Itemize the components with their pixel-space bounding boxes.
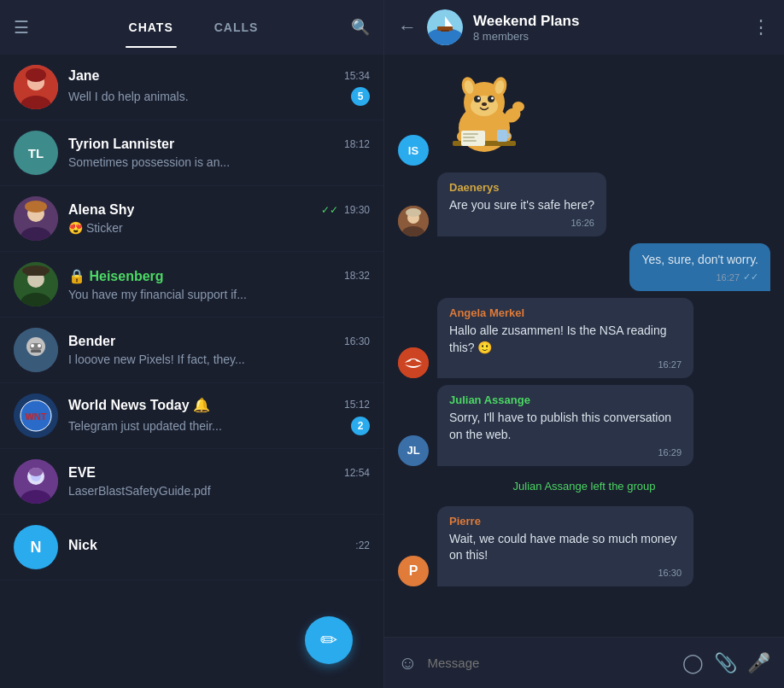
message-row-angela: Angela Merkel Hallo alle zusammen! Is th… <box>398 298 770 378</box>
svg-point-54 <box>512 102 524 112</box>
tab-calls[interactable]: CALLS <box>194 14 279 41</box>
chat-time-tyrion: 18:12 <box>344 138 370 150</box>
chat-content-eve: EVE 12:54 LaserBlastSafetyGuide.pdf <box>68 465 370 498</box>
search-icon[interactable]: 🔍 <box>351 18 370 37</box>
avatar-eve <box>14 459 58 504</box>
text-daenerys: Are you sure it's safe here? <box>449 197 594 214</box>
chat-name-bender: Bender <box>68 334 115 349</box>
group-avatar <box>427 9 463 45</box>
chat-item-worldnews[interactable]: WNT World News Today 🔔 15:12 Telegram ju… <box>0 383 383 449</box>
time-daenerys: 16:26 <box>570 218 594 228</box>
svg-rect-50 <box>463 133 478 135</box>
chat-preview-eve: LaserBlastSafetyGuide.pdf <box>68 484 370 498</box>
chat-content-worldnews: World News Today 🔔 15:12 Telegram just u… <box>68 397 370 435</box>
chat-preview-jane: Well I do help animals. <box>68 90 344 103</box>
chat-preview-bender: I looove new Pixels! If fact, they... <box>68 353 370 366</box>
avatar-julian: JL <box>398 435 429 466</box>
svg-point-43 <box>491 97 494 100</box>
chat-header: ← Weekend Plans 8 members ⋮ <box>384 0 784 55</box>
text-outgoing: Yes, sure, don't worry. <box>641 252 758 269</box>
time-pierre: 16:30 <box>658 568 682 578</box>
svg-rect-32 <box>441 30 449 32</box>
chat-time-bender: 16:30 <box>344 335 370 347</box>
right-panel: ← Weekend Plans 8 members ⋮ IS <box>384 0 784 688</box>
avatar-nick: N <box>14 525 58 569</box>
double-check-alena: ✓✓ <box>321 204 338 216</box>
compose-button[interactable]: ✏ <box>305 616 353 664</box>
time-julian: 16:29 <box>658 447 682 458</box>
attachment-button[interactable]: 📎 <box>714 652 737 674</box>
avatar-angela <box>398 347 429 378</box>
svg-rect-52 <box>463 140 477 142</box>
mic-button[interactable]: 🎤 <box>747 652 770 674</box>
svg-point-44 <box>482 102 487 106</box>
chat-item-jane[interactable]: Jane 15:34 Well I do help animals. 5 <box>0 55 383 120</box>
camera-button[interactable]: ◯ <box>682 652 704 674</box>
menu-icon[interactable]: ☰ <box>14 17 29 38</box>
system-message-julian-left: Julian Assange left the group <box>398 473 770 499</box>
svg-rect-48 <box>497 130 507 142</box>
text-angela: Hallo alle zusammen! Is the NSA reading … <box>449 323 682 356</box>
chat-item-nick[interactable]: N Nick :22 <box>0 515 383 580</box>
chat-time-heisenberg: 18:32 <box>344 270 370 282</box>
message-row-julian: JL Julian Assange Sorry, I'll have to pu… <box>398 385 770 465</box>
svg-point-41 <box>488 96 494 102</box>
message-row-outgoing: Yes, sure, don't worry. 16:27 ✓✓ <box>398 243 770 292</box>
svg-point-42 <box>477 97 480 100</box>
message-row-pierre: P Pierre Wait, we could have made so muc… <box>398 506 770 586</box>
message-row-daenerys: Daenerys Are you sure it's safe here? 16… <box>398 172 770 236</box>
chat-content-heisenberg: 🔒 Heisenberg 18:32 You have my financial… <box>68 268 370 301</box>
messages-area: IS <box>384 55 784 637</box>
chat-name-tyrion: Tyrion Lannister <box>68 137 174 152</box>
svg-point-58 <box>406 208 421 217</box>
emoji-button[interactable]: ☺ <box>398 652 417 674</box>
chat-list: Jane 15:34 Well I do help animals. 5 TL … <box>0 55 383 627</box>
chat-content-jane: Jane 15:34 Well I do help animals. 5 <box>68 68 370 106</box>
svg-rect-19 <box>31 350 41 353</box>
sticker-message <box>437 68 531 166</box>
bubble-outgoing: Yes, sure, don't worry. 16:27 ✓✓ <box>629 243 770 292</box>
avatar-daenerys <box>398 206 429 236</box>
chat-time-jane: 15:34 <box>344 70 370 82</box>
check-outgoing: ✓✓ <box>743 271 758 283</box>
tab-bar: CHATS CALLS <box>43 14 344 41</box>
chat-name-eve: EVE <box>68 465 96 481</box>
chat-header-info: Weekend Plans 8 members <box>473 13 752 43</box>
tab-chats[interactable]: CHATS <box>108 14 194 41</box>
chat-preview-heisenberg: You have my financial support if... <box>68 288 370 301</box>
text-julian: Sorry, I'll have to publish this convers… <box>449 410 682 443</box>
chat-item-heisenberg[interactable]: 🔒 Heisenberg 18:32 You have my financial… <box>0 252 383 318</box>
avatar-pierre: P <box>398 556 429 586</box>
time-angela: 16:27 <box>658 359 682 370</box>
chat-content-alena: Alena Shy ✓✓ 19:30 😍 Sticker <box>68 202 370 235</box>
bubble-daenerys: Daenerys Are you sure it's safe here? 16… <box>437 172 606 236</box>
left-panel: ☰ CHATS CALLS 🔍 Jane <box>0 0 384 688</box>
chat-preview-alena: 😍 Sticker <box>68 221 370 235</box>
more-options-button[interactable]: ⋮ <box>752 16 770 38</box>
back-button[interactable]: ← <box>398 16 417 38</box>
left-header: ☰ CHATS CALLS 🔍 <box>0 0 383 55</box>
chat-content-tyrion: Tyrion Lannister 18:12 Sometimes possess… <box>68 137 370 169</box>
message-input[interactable] <box>427 656 672 670</box>
chat-content-nick: Nick :22 <box>68 538 370 557</box>
chat-name-nick: Nick <box>68 538 97 553</box>
sender-pierre: Pierre <box>449 515 682 528</box>
svg-point-8 <box>25 201 47 213</box>
sender-angela: Angela Merkel <box>449 306 682 319</box>
chat-time-worldnews: 15:12 <box>344 399 370 411</box>
sender-daenerys: Daenerys <box>449 181 594 194</box>
avatar-heisenberg <box>14 262 58 306</box>
avatar-jane <box>14 65 58 109</box>
time-outgoing: 16:27 <box>716 272 740 283</box>
chat-item-eve[interactable]: EVE 12:54 LaserBlastSafetyGuide.pdf <box>0 449 383 515</box>
chat-preview-worldnews: Telegram just updated their... <box>68 419 344 433</box>
avatar-tyrion: TL <box>14 131 58 175</box>
chat-item-alena[interactable]: Alena Shy ✓✓ 19:30 😍 Sticker <box>0 186 383 252</box>
chat-name-heisenberg: 🔒 Heisenberg <box>68 268 164 284</box>
compose-icon: ✏ <box>320 628 337 652</box>
bubble-julian: Julian Assange Sorry, I'll have to publi… <box>437 385 693 465</box>
chat-item-tyrion[interactable]: TL Tyrion Lannister 18:12 Sometimes poss… <box>0 120 383 186</box>
chat-item-bender[interactable]: Bender 16:30 I looove new Pixels! If fac… <box>0 318 383 383</box>
chat-time-alena: ✓✓ 19:30 <box>321 204 370 216</box>
svg-point-4 <box>26 68 46 82</box>
